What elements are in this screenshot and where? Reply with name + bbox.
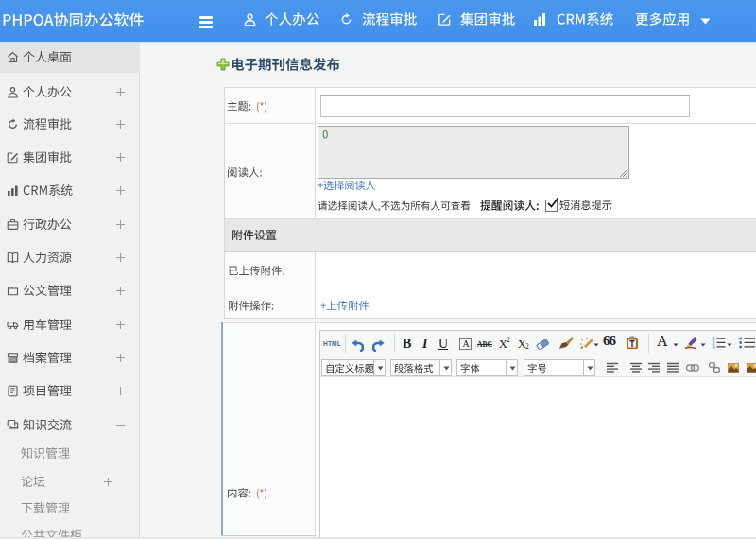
svg-text:3: 3 xyxy=(713,345,715,350)
